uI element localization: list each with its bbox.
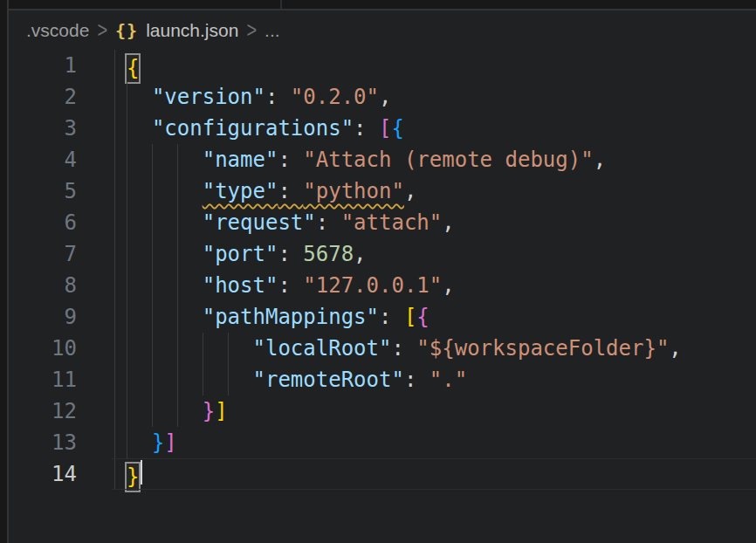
line-number[interactable]: 7 [9, 238, 77, 270]
token-ws [127, 116, 152, 141]
token-punc: : [391, 336, 416, 361]
code-content: "request": "attach", [127, 207, 455, 238]
token-ws [127, 430, 152, 455]
token-ws [127, 179, 203, 203]
indent-guide-col-0 [127, 81, 127, 458]
tab-divider [280, 0, 282, 9]
line-number[interactable]: 4 [9, 144, 77, 175]
indent-guide-col-8 [228, 333, 229, 395]
code-line-5[interactable]: 5 "type": "python", [9, 175, 756, 207]
gutter-divider [114, 50, 115, 490]
line-number[interactable]: 13 [9, 427, 77, 458]
code-content: "host": "127.0.0.1", [127, 270, 455, 301]
code-content: "name": "Attach (remote debug)", [127, 144, 606, 175]
token-str: "0.2.0" [291, 85, 379, 109]
code-line-10[interactable]: 10 "localRoot": "${workspaceFolder}", [9, 333, 756, 364]
token-key: "configurations" [152, 116, 354, 141]
code-line-13[interactable]: 13 }] [9, 427, 756, 458]
token-ws [127, 85, 152, 109]
token-ws [127, 242, 203, 266]
json-braces-icon: {} [115, 20, 138, 41]
code-line-6[interactable]: 6 "request": "attach", [9, 207, 756, 238]
token-punc: : [316, 210, 341, 235]
token-b2: } [203, 399, 215, 423]
token-key: "host" [203, 273, 278, 298]
vscode-editor-window: { "window": { "app": "vscode-editor", "c… [0, 0, 756, 543]
token-punc: , [354, 242, 366, 266]
text-cursor [141, 460, 142, 485]
token-key: "pathMappings" [203, 305, 379, 329]
token-key: "localRoot" [253, 336, 392, 361]
line-number[interactable]: 10 [9, 333, 77, 364]
token-punc: , [442, 210, 454, 235]
token-key: "request" [203, 210, 316, 235]
token-str: "${workspaceFolder}" [416, 336, 669, 361]
breadcrumb-item-vscode[interactable]: .vscode [26, 20, 89, 41]
token-b3: } [152, 430, 164, 455]
token-punc: : [278, 148, 303, 172]
breadcrumb-item-[interactable]: ... [265, 20, 280, 41]
editor-tabs-strip [0, 0, 756, 10]
code-editor[interactable]: 1{2 "version": "0.2.0",3 "configurations… [9, 50, 756, 490]
code-content: } [127, 458, 142, 490]
line-number[interactable]: 3 [9, 113, 77, 144]
line-number[interactable]: 5 [9, 175, 77, 207]
line-number[interactable]: 1 [9, 50, 77, 81]
token-punc: : [278, 273, 303, 298]
code-line-2[interactable]: 2 "version": "0.2.0", [9, 81, 756, 113]
token-ws [127, 368, 253, 392]
token-str: "python" [303, 179, 404, 203]
token-ws [127, 273, 203, 298]
token-punc: : [379, 305, 404, 329]
token-punc: : [354, 116, 379, 141]
matched-bracket: { [125, 53, 141, 84]
breadcrumb: .vscode>{}launch.json>... [9, 10, 756, 50]
code-line-12[interactable]: 12 }] [9, 395, 756, 427]
token-punc: : [265, 85, 291, 109]
token-key: "remoteRoot" [253, 368, 404, 392]
token-key: "name" [203, 148, 278, 172]
code-content: "port": 5678, [127, 238, 367, 270]
code-line-3[interactable]: 3 "configurations": [{ [9, 113, 756, 144]
token-ws [127, 210, 203, 235]
token-b1: [ [404, 305, 416, 329]
code-line-9[interactable]: 9 "pathMappings": [{ [9, 301, 756, 333]
token-str: "Attach (remote debug)" [303, 148, 593, 172]
code-content: }] [127, 427, 177, 458]
line-number[interactable]: 8 [9, 270, 77, 301]
code-line-1[interactable]: 1{ [9, 50, 756, 81]
token-str: "attach" [341, 210, 443, 235]
token-b2: [ [379, 116, 391, 141]
indent-guide-col-4 [177, 144, 178, 427]
token-ws [127, 336, 253, 361]
token-key: "port" [203, 242, 278, 266]
code-line-14[interactable]: 14} [9, 458, 756, 490]
line-number[interactable]: 14 [9, 458, 77, 490]
code-line-4[interactable]: 4 "name": "Attach (remote debug)", [9, 144, 756, 175]
token-str: "127.0.0.1" [303, 273, 442, 298]
code-content: "configurations": [{ [127, 113, 404, 144]
breadcrumb-item-launch-json[interactable]: launch.json [146, 20, 238, 41]
breadcrumb-separator-chevron-icon: > [97, 17, 107, 43]
token-punc: : [404, 368, 430, 392]
code-line-11[interactable]: 11 "remoteRoot": "." [9, 364, 756, 395]
token-ws [127, 399, 203, 423]
code-content: { [127, 50, 139, 81]
token-punc: , [379, 85, 391, 109]
line-number[interactable]: 12 [9, 395, 77, 427]
code-content: "type": "python", [127, 175, 416, 207]
token-key: "type" [203, 179, 278, 203]
token-punc: : [278, 179, 303, 203]
line-number[interactable]: 9 [9, 301, 77, 333]
code-content: "version": "0.2.0", [127, 81, 391, 113]
line-number[interactable]: 6 [9, 207, 77, 238]
token-punc: : [278, 242, 303, 266]
line-number[interactable]: 2 [9, 81, 77, 113]
code-line-8[interactable]: 8 "host": "127.0.0.1", [9, 270, 756, 301]
code-content: "localRoot": "${workspaceFolder}", [127, 333, 682, 364]
token-punc: , [669, 336, 681, 361]
breadcrumb-separator-chevron-icon: > [246, 17, 257, 43]
code-line-7[interactable]: 7 "port": 5678, [9, 238, 756, 270]
indent-guide-col-6 [203, 333, 203, 395]
line-number[interactable]: 11 [9, 364, 77, 395]
